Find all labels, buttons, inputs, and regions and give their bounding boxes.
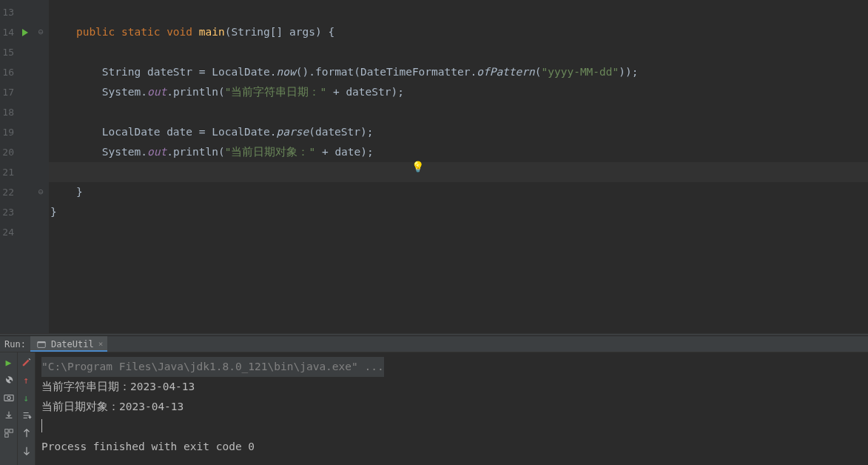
- run-tab[interactable]: DateUtil ×: [30, 336, 107, 352]
- line-number: 24: [0, 222, 18, 242]
- line-number: 22: [0, 182, 18, 202]
- code-line: }: [49, 202, 868, 222]
- code-line: String dateStr = LocalDate.now().format(…: [49, 62, 868, 82]
- code-line: System.out.println("当前日期对象：" + date);: [49, 142, 868, 162]
- code-line-current: [49, 162, 868, 182]
- fold-gutter: ⊖ ⊖: [33, 0, 49, 333]
- run-toolbar-console: ↑ ↓: [18, 352, 36, 465]
- svg-rect-2: [4, 395, 13, 401]
- svg-rect-6: [4, 434, 7, 437]
- console-exit-line: Process finished with exit code 0: [41, 437, 862, 457]
- wrench-icon[interactable]: [2, 373, 16, 387]
- scroll-to-end-icon[interactable]: [20, 426, 33, 440]
- line-number: 14: [0, 22, 18, 42]
- code-content[interactable]: public static void main(String[] args) {…: [49, 0, 868, 333]
- line-number: 16: [0, 62, 18, 82]
- console-command-line: "C:\Program Files\Java\jdk1.8.0_121\bin\…: [41, 357, 384, 377]
- layout-icon[interactable]: [2, 426, 16, 440]
- line-number: 15: [0, 42, 18, 62]
- code-line: LocalDate date = LocalDate.parse(dateStr…: [49, 122, 868, 142]
- svg-point-3: [7, 396, 10, 399]
- line-number: 19: [0, 122, 18, 142]
- line-number: 17: [0, 82, 18, 102]
- rerun-icon[interactable]: ▶: [2, 355, 16, 369]
- console-cursor-line: [41, 417, 862, 437]
- print-icon[interactable]: [20, 444, 33, 458]
- soft-wrap-icon[interactable]: [20, 409, 33, 422]
- scroll-down-icon[interactable]: ↓: [20, 391, 33, 404]
- camera-icon[interactable]: [2, 391, 16, 404]
- console-output[interactable]: "C:\Program Files\Java\jdk1.8.0_121\bin\…: [36, 352, 868, 465]
- editor-area: 13 14 15 16 17 18 19 20 21 22 23 24 ⊖ ⊖ …: [0, 0, 868, 333]
- run-tab-label: DateUtil: [51, 339, 94, 349]
- run-panel-body: ▶ ↑ ↓ "C:\Program Files\Java\jdk1.8.0_12: [0, 352, 868, 465]
- code-line: }: [49, 182, 868, 202]
- code-line: public static void main(String[] args) {: [49, 22, 868, 42]
- console-output-line: 当前日期对象：2023-04-13: [41, 397, 862, 417]
- run-config-icon: [36, 339, 47, 349]
- fold-close-icon[interactable]: ⊖: [33, 182, 49, 202]
- code-line: [49, 42, 868, 62]
- code-line: System.out.println("当前字符串日期：" + dateStr)…: [49, 82, 868, 102]
- scroll-up-icon[interactable]: ↑: [20, 373, 33, 387]
- line-number: 13: [0, 2, 18, 22]
- run-tool-label: Run:: [0, 339, 30, 349]
- line-number: 23: [0, 202, 18, 222]
- console-output-line: 当前字符串日期：2023-04-13: [41, 377, 862, 397]
- line-number-gutter: 13 14 15 16 17 18 19 20 21 22 23 24: [0, 0, 18, 333]
- line-number: 20: [0, 142, 18, 162]
- code-line: [49, 102, 868, 122]
- line-number: 21: [0, 162, 18, 182]
- code-line: [49, 222, 868, 242]
- svg-rect-4: [4, 429, 7, 432]
- export-icon[interactable]: [2, 409, 16, 422]
- run-line-icon[interactable]: [18, 22, 33, 42]
- run-panel-header: Run: DateUtil ×: [0, 336, 868, 352]
- intention-bulb-icon[interactable]: 💡: [411, 157, 424, 177]
- code-line: [49, 2, 868, 22]
- svg-rect-1: [38, 341, 46, 343]
- run-gutter: [18, 0, 33, 333]
- svg-rect-5: [9, 429, 12, 432]
- fold-open-icon[interactable]: ⊖: [33, 22, 49, 42]
- close-tab-icon[interactable]: ×: [98, 339, 104, 349]
- line-number: 18: [0, 102, 18, 122]
- pencil-icon[interactable]: [20, 355, 33, 369]
- run-toolbar-left: ▶: [0, 352, 18, 465]
